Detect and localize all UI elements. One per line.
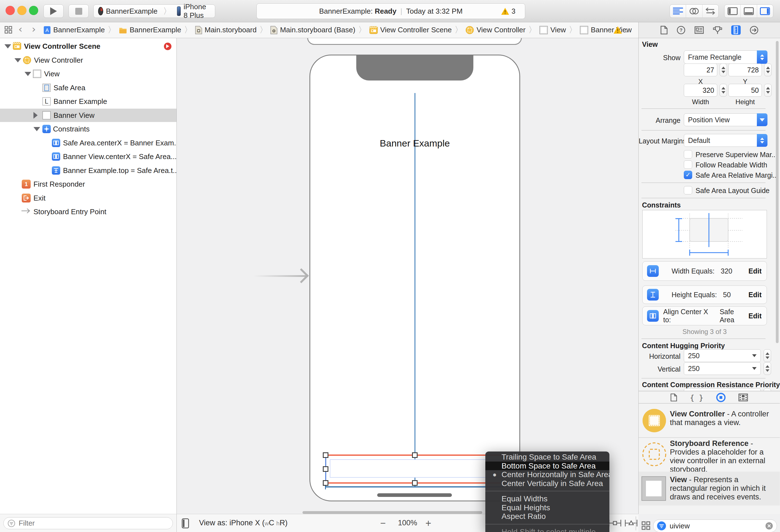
disclosure-triangle[interactable]: [14, 58, 21, 62]
banner-example-label[interactable]: Banner Example: [344, 138, 486, 149]
run-button[interactable]: [44, 4, 63, 18]
debug-panel-toggle[interactable]: [740, 5, 757, 17]
selection-handle-bottom-center[interactable]: [412, 480, 418, 486]
breadcrumb-scene[interactable]: View Controller Scene: [370, 25, 452, 34]
library-item-view-controller[interactable]: View Controller - A controller that mana…: [639, 405, 780, 437]
breadcrumb-project[interactable]: A BannerExample: [44, 25, 105, 34]
breadcrumb-storyboard-base[interactable]: Main.storyboard (Base): [271, 25, 355, 34]
tab-quick-help[interactable]: ?: [677, 25, 685, 35]
arrange-dropdown[interactable]: Position View: [684, 113, 768, 126]
library-objects-tab[interactable]: [716, 393, 726, 402]
constraint-width-row[interactable]: Width Equals: 320 Edit: [642, 261, 767, 281]
outline-row-entry-point[interactable]: Storyboard Entry Point: [0, 205, 177, 218]
hugging-horizontal-stepper[interactable]: [764, 349, 771, 362]
hugging-horizontal-combo[interactable]: 250: [684, 349, 761, 362]
view-as-control[interactable]: View as: iPhone X (wC hR): [199, 519, 288, 527]
outline-row-first-responder[interactable]: 1 First Responder: [0, 177, 177, 191]
follow-readable-checkbox[interactable]: [684, 160, 692, 169]
tab-file-inspector[interactable]: [661, 25, 668, 35]
disclosure-triangle[interactable]: [34, 127, 40, 131]
outline-row-constraint-2[interactable]: Banner View.centerX = Safe Area....: [0, 150, 177, 163]
library-item-view[interactable]: View - Represents a rectangular region i…: [639, 472, 780, 506]
previous-issue-button[interactable]: ‹: [606, 24, 611, 36]
breadcrumb-view-controller[interactable]: View Controller: [466, 25, 526, 34]
hugging-vertical-combo[interactable]: 250: [684, 362, 761, 375]
outline-row-constraint-3[interactable]: Banner Example.top = Safe Area.t...: [0, 164, 177, 177]
outline-row-safe-area[interactable]: Safe Area: [0, 81, 177, 94]
assistant-editor-button[interactable]: [686, 5, 702, 17]
selection-handle-mid-left[interactable]: [323, 466, 328, 472]
hugging-vertical-stepper[interactable]: [764, 362, 771, 375]
edit-height-button[interactable]: Edit: [748, 291, 762, 299]
constraints-diagram[interactable]: [642, 210, 767, 259]
menu-item-bottom-space[interactable]: Bottom Space to Safe Area: [485, 462, 610, 470]
center-x-constraint-line[interactable]: [415, 93, 416, 487]
menu-item-equal-widths[interactable]: Equal Widths: [485, 494, 610, 503]
width-stepper[interactable]: [720, 84, 727, 97]
library-grid-toggle[interactable]: [641, 521, 650, 530]
menu-item-aspect-ratio[interactable]: Aspect Ratio: [485, 512, 610, 521]
constraint-height-row[interactable]: Height Equals: 50 Edit: [642, 285, 767, 304]
filter-input[interactable]: [18, 519, 169, 528]
tab-attributes-inspector[interactable]: [713, 25, 722, 35]
breadcrumb-view[interactable]: View: [539, 25, 566, 34]
device-config-icon[interactable]: [182, 518, 189, 528]
outline-row-exit[interactable]: Exit: [0, 191, 177, 205]
scheme-selector[interactable]: BannerExample 〉 iPhone 8 Plus: [93, 4, 215, 18]
zoom-level[interactable]: 100%: [394, 519, 421, 527]
height-field[interactable]: [728, 84, 762, 97]
menu-item-trailing-space[interactable]: Trailing Space to Safe Area: [485, 453, 610, 462]
banner-view[interactable]: [330, 459, 500, 478]
tab-size-inspector[interactable]: [731, 25, 741, 35]
next-issue-button[interactable]: ›: [625, 24, 629, 36]
safe-area-margins-checkbox[interactable]: ✓: [684, 171, 692, 179]
back-button[interactable]: ‹: [18, 23, 22, 35]
library-search-field[interactable]: [653, 520, 777, 532]
navigator-panel-toggle[interactable]: [725, 5, 740, 17]
safe-area-guide-checkbox[interactable]: [684, 186, 692, 195]
warning-counter[interactable]: 3: [501, 7, 516, 15]
clear-icon[interactable]: [765, 522, 773, 530]
edit-centerx-button[interactable]: Edit: [748, 312, 762, 320]
inspector-panel-toggle[interactable]: [757, 5, 773, 17]
warning-icon[interactable]: [613, 26, 622, 34]
stop-button[interactable]: [68, 4, 89, 18]
disclosure-triangle[interactable]: [34, 112, 38, 119]
tab-identity-inspector[interactable]: [694, 26, 704, 34]
y-field[interactable]: [728, 63, 762, 76]
window-minimize-button[interactable]: [17, 6, 27, 15]
show-dropdown[interactable]: Frame Rectangle: [684, 50, 768, 64]
library-snippets-tab[interactable]: { }: [690, 393, 703, 402]
menu-item-center-horizontally[interactable]: ●Center Horizontally in Safe Area: [485, 470, 610, 479]
outline-row-banner-view[interactable]: Banner View: [0, 109, 177, 122]
constraint-centerx-row[interactable]: Align Center X to: Safe Area Edit: [642, 306, 767, 325]
library-search-input[interactable]: [669, 521, 762, 531]
window-close-button[interactable]: [6, 6, 15, 15]
preserve-superview-checkbox[interactable]: [684, 150, 692, 158]
x-field[interactable]: [684, 63, 717, 76]
outline-row-constraints[interactable]: Constraints: [0, 122, 177, 136]
update-frames-icon[interactable]: [608, 519, 622, 528]
x-stepper[interactable]: [720, 63, 727, 76]
menu-item-equal-heights[interactable]: Equal Heights: [485, 503, 610, 512]
forward-button[interactable]: ›: [32, 23, 36, 35]
width-field[interactable]: [684, 84, 717, 97]
disclosure-triangle[interactable]: [4, 44, 11, 48]
inspector-scrollbar[interactable]: [776, 41, 779, 343]
layout-margins-dropdown[interactable]: Default: [684, 134, 768, 147]
y-stepper[interactable]: [764, 63, 772, 76]
standard-editor-button[interactable]: [670, 5, 686, 17]
library-media-tab[interactable]: [738, 393, 748, 402]
outline-row-view[interactable]: View: [0, 67, 177, 81]
library-item-storyboard-reference[interactable]: Storyboard Reference - Provides a placeh…: [639, 438, 780, 471]
menu-item-center-vertically[interactable]: Center Vertically in Safe Area: [485, 479, 610, 488]
breadcrumb-folder[interactable]: BannerExample: [119, 25, 181, 34]
outline-row-view-controller[interactable]: View Controller: [0, 53, 177, 67]
height-stepper[interactable]: [764, 84, 772, 97]
canvas-horizontal-scrollbar[interactable]: [302, 511, 482, 514]
outline-row-banner-example[interactable]: L Banner Example: [0, 95, 177, 108]
zoom-in-button[interactable]: +: [425, 518, 431, 529]
breadcrumb-storyboard-file[interactable]: Main.storyboard: [195, 25, 256, 34]
edit-width-button[interactable]: Edit: [748, 267, 762, 275]
tab-connections-inspector[interactable]: [749, 25, 759, 35]
